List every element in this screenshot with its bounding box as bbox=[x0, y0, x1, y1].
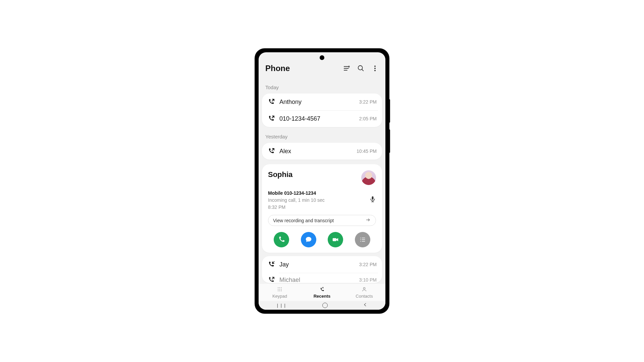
outgoing-call-icon bbox=[267, 98, 275, 106]
nav-home-button[interactable] bbox=[322, 303, 328, 308]
section-label-yesterday: Yesterday bbox=[259, 132, 385, 143]
phone-number-label: Mobile 010-1234-1234 bbox=[268, 190, 325, 197]
svg-point-12 bbox=[278, 289, 278, 290]
microphone-icon bbox=[369, 196, 376, 202]
bottom-tab-bar: Keypad Recents bbox=[259, 283, 385, 302]
svg-point-7 bbox=[360, 239, 361, 240]
call-time: 3:22 PM bbox=[359, 262, 377, 267]
page-title: Phone bbox=[265, 64, 290, 73]
call-type-duration: Incoming call, 1 min 10 sec bbox=[268, 197, 325, 204]
nav-recents-button[interactable]: ||| bbox=[276, 303, 287, 308]
tab-keypad[interactable]: Keypad bbox=[259, 284, 301, 302]
call-time: 2:05 PM bbox=[359, 116, 377, 121]
keypad-icon bbox=[277, 287, 283, 293]
call-row[interactable]: Jay 3:22 PM bbox=[262, 256, 382, 273]
svg-point-3 bbox=[374, 70, 375, 71]
outgoing-call-icon bbox=[267, 147, 275, 155]
call-name: Jay bbox=[279, 261, 355, 268]
svg-point-18 bbox=[363, 288, 365, 289]
screen: Phone bbox=[259, 52, 385, 310]
call-name: Michael bbox=[279, 277, 355, 283]
tab-label: Contacts bbox=[356, 294, 373, 299]
filter-icon[interactable] bbox=[343, 65, 351, 72]
tab-recents[interactable]: Recents bbox=[301, 284, 343, 302]
call-name: Anthony bbox=[279, 99, 355, 106]
expanded-call-card: Sophia Mobile 010-1234-1234 Incoming cal… bbox=[262, 164, 382, 253]
system-nav-bar: ||| bbox=[259, 301, 385, 310]
call-row[interactable]: Alex 10:45 PM bbox=[262, 143, 382, 160]
svg-point-6 bbox=[360, 238, 361, 238]
pill-label: View recording and transcript bbox=[273, 218, 334, 223]
call-timestamp: 8:32 PM bbox=[268, 204, 325, 211]
call-name: Alex bbox=[279, 148, 352, 155]
device-frame: Phone bbox=[255, 49, 389, 313]
expanded-name: Sophia bbox=[268, 170, 292, 179]
recents-icon bbox=[319, 287, 325, 293]
outgoing-call-icon bbox=[267, 276, 275, 283]
nav-back-button[interactable] bbox=[363, 302, 368, 308]
yesterday-card-1: Alex 10:45 PM bbox=[262, 143, 382, 160]
contacts-icon bbox=[361, 287, 367, 293]
action-row bbox=[268, 232, 376, 247]
svg-point-10 bbox=[279, 287, 280, 288]
call-time: 3:22 PM bbox=[359, 99, 377, 105]
today-card: Anthony 3:22 PM 010-1234-4567 2:05 PM bbox=[262, 94, 382, 127]
yesterday-card-2: Jay 3:22 PM Michael 3:10 PM bbox=[262, 256, 382, 283]
svg-point-16 bbox=[279, 291, 280, 291]
search-icon[interactable] bbox=[357, 65, 365, 72]
svg-point-11 bbox=[281, 287, 282, 288]
call-name: 010-1234-4567 bbox=[279, 115, 355, 122]
arrow-right-icon bbox=[365, 218, 371, 223]
call-button[interactable] bbox=[274, 232, 289, 247]
svg-point-15 bbox=[278, 291, 278, 291]
avatar[interactable] bbox=[361, 170, 376, 185]
front-camera bbox=[320, 55, 324, 60]
incoming-call-icon bbox=[267, 261, 275, 268]
svg-rect-5 bbox=[333, 238, 336, 241]
svg-rect-4 bbox=[372, 196, 374, 200]
svg-point-1 bbox=[374, 66, 375, 67]
outgoing-call-icon bbox=[267, 115, 275, 122]
recents-list: Today Anthony 3:22 PM 010-1234-4567 bbox=[259, 82, 385, 292]
svg-point-9 bbox=[278, 287, 278, 288]
header-actions bbox=[343, 65, 379, 72]
svg-point-17 bbox=[281, 291, 282, 291]
view-recording-button[interactable]: View recording and transcript bbox=[268, 215, 376, 226]
message-button[interactable] bbox=[301, 232, 316, 247]
more-icon[interactable] bbox=[371, 65, 379, 72]
svg-point-14 bbox=[281, 289, 282, 290]
details-button[interactable] bbox=[355, 232, 370, 247]
tab-label: Keypad bbox=[272, 294, 287, 299]
call-details: Mobile 010-1234-1234 Incoming call, 1 mi… bbox=[268, 190, 325, 211]
tab-contacts[interactable]: Contacts bbox=[343, 284, 385, 302]
section-label-today: Today bbox=[259, 82, 385, 94]
call-row[interactable]: 010-1234-4567 2:05 PM bbox=[262, 110, 382, 127]
svg-point-13 bbox=[279, 289, 280, 290]
call-row-partial[interactable]: Michael 3:10 PM bbox=[262, 273, 382, 283]
svg-point-8 bbox=[360, 241, 361, 242]
video-call-button[interactable] bbox=[328, 232, 343, 247]
svg-point-2 bbox=[374, 68, 375, 69]
call-time: 10:45 PM bbox=[357, 148, 377, 154]
tab-label: Recents bbox=[314, 294, 331, 299]
call-time: 3:10 PM bbox=[359, 277, 377, 283]
call-row[interactable]: Anthony 3:22 PM bbox=[262, 94, 382, 110]
